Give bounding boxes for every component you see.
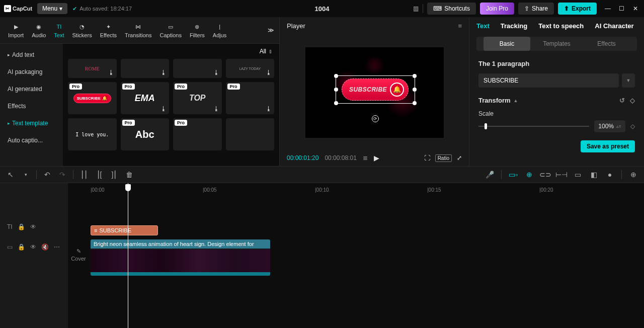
lines-icon[interactable]: ≣ bbox=[363, 154, 368, 161]
download-icon[interactable]: ⭳ bbox=[108, 69, 114, 76]
fullscreen-icon[interactable]: ⤢ bbox=[457, 154, 462, 162]
undo-icon[interactable]: ↶ bbox=[43, 170, 52, 179]
hamburger-icon[interactable]: ≡ bbox=[458, 22, 462, 30]
cursor-icon[interactable]: ↖ bbox=[6, 170, 15, 179]
filter-all[interactable]: All bbox=[260, 48, 266, 55]
selection-box[interactable]: SUBSCRIBE 🔔 ⟳ bbox=[336, 75, 415, 104]
tab-effects[interactable]: ✦Effects bbox=[97, 20, 120, 40]
download-icon[interactable]: ⭳ bbox=[213, 69, 219, 76]
template-item[interactable]: Pro⭳ bbox=[226, 82, 275, 114]
time-ruler[interactable]: |00:00 |00:05 |00:10 |00:15 |00:20 bbox=[68, 183, 644, 197]
download-icon[interactable]: ⭳ bbox=[213, 105, 219, 112]
trim-right-icon[interactable]: ]⎮ bbox=[110, 170, 119, 179]
track-icon[interactable]: ◧ bbox=[589, 170, 598, 179]
keyframe-icon[interactable]: ◇ bbox=[630, 97, 635, 104]
more-icon[interactable]: ⋯ bbox=[54, 243, 60, 251]
frame-icon[interactable]: ⛶ bbox=[424, 154, 430, 162]
mute-icon[interactable]: 🔇 bbox=[41, 243, 49, 251]
align-icon[interactable]: ⊢⊣ bbox=[557, 170, 566, 179]
playhead[interactable] bbox=[128, 183, 128, 328]
rp-tab-tracking[interactable]: Tracking bbox=[501, 22, 527, 30]
layout-icon[interactable]: ▥ bbox=[413, 5, 419, 12]
share-button[interactable]: ⇪ Share bbox=[518, 3, 554, 15]
rp-subtab-effects[interactable]: Effects bbox=[583, 37, 630, 51]
chevron-right-icon[interactable]: ≫ bbox=[268, 27, 274, 34]
download-icon[interactable]: ⭳ bbox=[266, 105, 272, 112]
shortcuts-button[interactable]: ⌨ Shortcuts bbox=[427, 3, 476, 15]
circle-icon[interactable]: ● bbox=[605, 170, 614, 179]
ratio-button[interactable]: Ratio bbox=[435, 154, 452, 162]
video-clip[interactable]: Bright neon seamless animation of heart … bbox=[91, 239, 270, 276]
template-item[interactable]: ProEMA⭳ bbox=[121, 82, 170, 114]
tab-import[interactable]: ▶Import bbox=[5, 20, 27, 40]
preview-canvas[interactable]: SUBSCRIBE 🔔 ⟳ bbox=[305, 47, 444, 138]
template-item[interactable]: ProAbc bbox=[121, 118, 170, 150]
tab-audio[interactable]: ◉Audio bbox=[29, 20, 49, 40]
zoom-icon[interactable]: ⊕ bbox=[629, 170, 638, 179]
save-preset-button[interactable]: Save as preset bbox=[581, 140, 635, 152]
rotate-handle[interactable]: ⟳ bbox=[372, 115, 379, 122]
tab-stickers[interactable]: ◔Stickers bbox=[69, 20, 95, 40]
sidebar-item-add-text[interactable]: ▸Add text bbox=[0, 46, 63, 63]
minimize-icon[interactable]: — bbox=[605, 5, 612, 12]
text-input[interactable] bbox=[478, 73, 619, 88]
redo-icon[interactable]: ↷ bbox=[58, 170, 67, 179]
play-icon[interactable]: ▶ bbox=[374, 154, 379, 162]
text-clip[interactable]: ≡ SUBSCRIBE bbox=[91, 225, 158, 235]
rp-subtab-templates[interactable]: Templates bbox=[533, 37, 580, 51]
eye-icon[interactable]: 👁 bbox=[30, 243, 36, 251]
download-icon[interactable]: ⭳ bbox=[160, 105, 167, 112]
link-icon[interactable]: ⊂⊃ bbox=[541, 170, 550, 179]
tab-transitions[interactable]: ⋈Transitions bbox=[122, 20, 154, 40]
lock-icon[interactable]: 🔒 bbox=[18, 243, 25, 251]
sidebar-item-ai-generated[interactable]: AI generated bbox=[0, 80, 63, 98]
template-item[interactable]: ⭳ bbox=[121, 59, 170, 78]
maximize-icon[interactable]: ☐ bbox=[619, 5, 626, 12]
subscribe-graphic[interactable]: SUBSCRIBE 🔔 bbox=[342, 78, 409, 101]
template-item[interactable]: ⭳ bbox=[173, 59, 222, 78]
snap-icon[interactable]: ⊕ bbox=[525, 170, 534, 179]
chevron-up-icon[interactable]: ▲ bbox=[514, 98, 518, 103]
sidebar-item-ai-packaging[interactable]: AI packaging bbox=[0, 63, 63, 80]
timeline-tracks[interactable]: |00:00 |00:05 |00:10 |00:15 |00:20 ≡ SUB… bbox=[68, 183, 644, 328]
magnet-icon[interactable]: ▭▫ bbox=[509, 170, 518, 179]
template-item[interactable]: LAZY TODAY⭳ bbox=[226, 59, 275, 78]
template-item[interactable] bbox=[226, 118, 275, 150]
template-item[interactable]: ProSUBSCRIBE🔔 bbox=[68, 82, 117, 114]
split-icon[interactable]: ⎮⎮ bbox=[79, 170, 89, 179]
sidebar-item-text-template[interactable]: ▸Text template bbox=[0, 115, 63, 132]
template-item[interactable]: ROME⭳ bbox=[68, 59, 117, 78]
tab-filters[interactable]: ⊗Filters bbox=[187, 20, 208, 40]
keyframe-icon[interactable]: ◇ bbox=[630, 123, 635, 130]
playhead-handle[interactable] bbox=[125, 184, 131, 191]
scale-value[interactable]: 100%▵▿ bbox=[594, 120, 625, 132]
eye-icon[interactable]: 👁 bbox=[30, 223, 36, 230]
rp-subtab-basic[interactable]: Basic bbox=[484, 37, 530, 51]
tab-adjust[interactable]: |Adjus bbox=[210, 20, 230, 40]
close-icon[interactable]: ✕ bbox=[633, 5, 640, 12]
reset-icon[interactable]: ↺ bbox=[619, 97, 625, 104]
delete-icon[interactable]: 🗑 bbox=[125, 170, 134, 179]
rp-tab-tts[interactable]: Text to speech bbox=[538, 22, 584, 30]
rp-tab-text[interactable]: Text bbox=[476, 22, 490, 30]
scale-slider[interactable] bbox=[478, 126, 589, 127]
template-item[interactable]: Pro bbox=[173, 118, 222, 150]
tab-captions[interactable]: ▭Captions bbox=[156, 20, 184, 40]
filter-icon[interactable]: ⫾ bbox=[269, 48, 272, 55]
template-item[interactable]: I love you. bbox=[68, 118, 117, 150]
text-dropdown[interactable]: ▼ bbox=[622, 73, 635, 88]
download-icon[interactable]: ⭳ bbox=[160, 69, 167, 76]
preview-icon[interactable]: ▭ bbox=[573, 170, 582, 179]
slider-thumb[interactable] bbox=[485, 123, 487, 129]
template-item[interactable]: ProTOP⭳ bbox=[173, 82, 222, 114]
chevron-down-icon[interactable]: ▾ bbox=[21, 170, 30, 179]
join-pro-button[interactable]: Join Pro bbox=[480, 3, 514, 15]
tab-text[interactable]: TIText bbox=[51, 20, 67, 40]
rp-tab-ai-character[interactable]: AI Character bbox=[595, 22, 633, 30]
download-icon[interactable]: ⭳ bbox=[266, 69, 272, 76]
lock-icon[interactable]: 🔒 bbox=[18, 223, 25, 230]
menu-button[interactable]: Menu ▾ bbox=[37, 3, 67, 14]
sidebar-item-effects[interactable]: Effects bbox=[0, 98, 63, 115]
trim-left-icon[interactable]: ⎮[ bbox=[95, 170, 104, 179]
sidebar-item-auto-captions[interactable]: Auto captio... bbox=[0, 132, 63, 149]
